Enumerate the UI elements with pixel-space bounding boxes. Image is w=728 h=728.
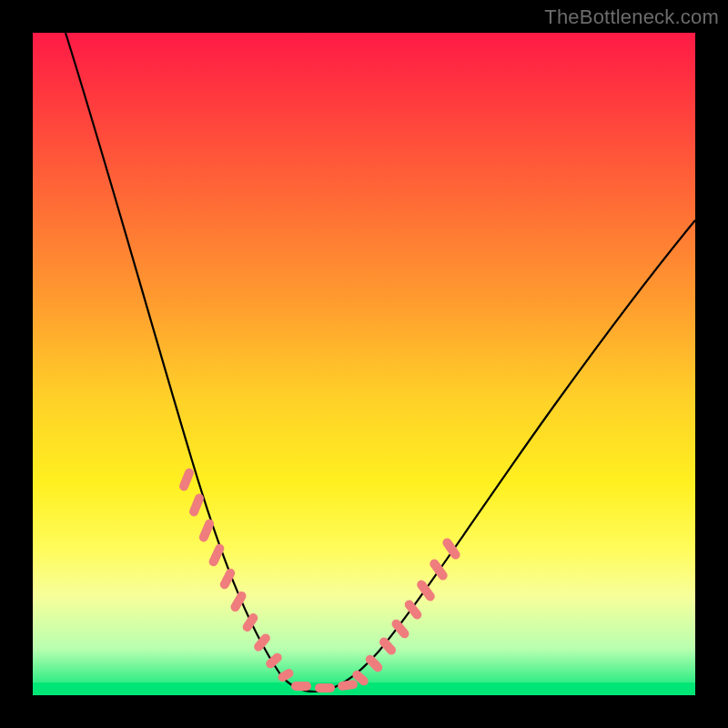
svg-rect-11 — [315, 683, 335, 693]
bottleneck-curve — [66, 33, 695, 692]
svg-rect-2 — [197, 518, 215, 543]
svg-rect-0 — [177, 467, 195, 492]
watermark-text: TheBottleneck.com — [544, 5, 719, 29]
plot-area — [33, 33, 695, 695]
chart-svg — [33, 33, 695, 695]
svg-rect-7 — [252, 632, 272, 652]
svg-rect-16 — [389, 618, 410, 641]
chart-frame: TheBottleneck.com — [0, 0, 728, 728]
svg-rect-10 — [291, 682, 311, 691]
svg-rect-4 — [218, 567, 237, 591]
highlight-left — [177, 467, 295, 683]
highlight-floor — [291, 680, 359, 693]
svg-rect-12 — [337, 680, 358, 692]
svg-rect-1 — [187, 492, 205, 518]
svg-rect-6 — [241, 612, 260, 633]
svg-rect-20 — [440, 536, 461, 561]
